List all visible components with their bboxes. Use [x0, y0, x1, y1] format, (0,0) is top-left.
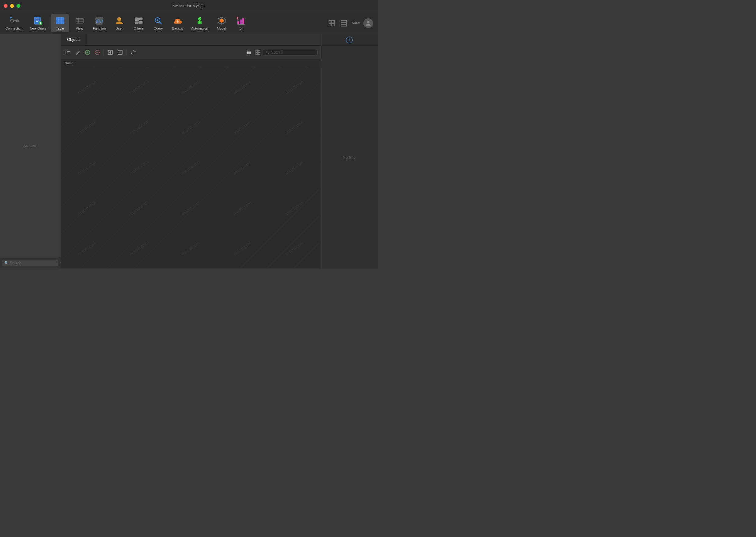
view-icon: [75, 16, 84, 25]
svg-point-64: [367, 21, 369, 23]
svg-rect-87: [258, 50, 260, 52]
delete-button[interactable]: [93, 48, 102, 57]
toolbar-item-user[interactable]: User: [110, 14, 128, 32]
svg-marker-79: [131, 53, 132, 54]
svg-rect-89: [258, 53, 260, 55]
query-icon: [153, 16, 163, 25]
svg-rect-36: [200, 17, 201, 18]
grid-view-button[interactable]: [254, 48, 262, 57]
toolbar: Connection New Query: [0, 12, 378, 34]
layout-toggle-2[interactable]: [340, 19, 348, 27]
svg-rect-27: [135, 21, 138, 24]
toolbar-item-query[interactable]: Query: [149, 14, 167, 32]
model-icon: [217, 16, 227, 25]
automation-label: Automation: [191, 26, 208, 30]
watermark-16: macrb.com: [61, 177, 120, 239]
toolbar-item-new-query[interactable]: New Query: [27, 14, 50, 32]
toolbar-item-others[interactable]: Others: [130, 14, 148, 32]
svg-rect-52: [242, 18, 244, 24]
svg-rect-63: [341, 25, 347, 26]
watermark-10: macrb.com: [261, 96, 320, 159]
sidebar-search-input[interactable]: [2, 260, 58, 267]
sidebar-bottom: 🔍 ≡ ☆ ✕: [0, 257, 61, 268]
toolbar-item-connection[interactable]: Connection: [2, 14, 25, 32]
svg-line-49: [218, 19, 220, 20]
toolbar-item-backup[interactable]: Backup: [169, 14, 187, 32]
no-info-text: No Info: [343, 155, 356, 160]
import-button[interactable]: [106, 48, 115, 57]
svg-line-91: [268, 53, 269, 54]
watermark-17: macrb.com: [106, 177, 171, 239]
svg-rect-38: [198, 21, 201, 24]
watermark-4: macrb.com: [209, 67, 275, 119]
svg-rect-83: [247, 51, 247, 52]
toolbar-item-model[interactable]: Model: [212, 14, 231, 32]
svg-rect-86: [256, 50, 258, 52]
watermark-1: macrb.com: [61, 67, 120, 119]
view-label: View: [76, 26, 83, 30]
export-button[interactable]: [115, 48, 125, 57]
watermark-3: macrb.com: [158, 67, 223, 119]
watermark-9: macrb.com: [209, 96, 275, 159]
refresh-button[interactable]: [129, 48, 138, 57]
svg-rect-26: [139, 18, 142, 20]
info-button[interactable]: i: [346, 37, 353, 43]
column-header: Name: [61, 59, 320, 67]
window-controls: [4, 4, 21, 8]
svg-point-1: [10, 17, 12, 18]
function-label: Function: [93, 26, 106, 30]
list-view-button[interactable]: [244, 48, 253, 57]
watermark-23: macrb.com: [158, 217, 223, 268]
query-label: Query: [154, 26, 163, 30]
svg-line-45: [224, 19, 225, 20]
watermark-24: macrb.com: [209, 217, 275, 268]
svg-point-55: [237, 17, 238, 18]
edit-button[interactable]: [73, 48, 82, 57]
add-button[interactable]: [83, 48, 92, 57]
app-title: Navicat for MySQL: [172, 4, 205, 8]
toolbar-right: View: [327, 18, 376, 28]
svg-rect-58: [332, 21, 334, 23]
right-panel-header: i: [320, 34, 378, 46]
objects-tab-label: Objects: [67, 37, 80, 42]
watermark-20: macrb.com: [261, 177, 320, 239]
table-label: Table: [56, 26, 64, 30]
others-label: Others: [134, 26, 144, 30]
objects-tab[interactable]: Objects: [61, 34, 87, 45]
maximize-button[interactable]: [17, 4, 21, 8]
layout-toggle-1[interactable]: [327, 19, 336, 27]
watermark-22: macrb.com: [106, 217, 171, 268]
view-label-right: View: [352, 21, 360, 25]
watermark-25: macrb.com: [261, 217, 320, 268]
backup-icon: [173, 16, 183, 25]
connection-label: Connection: [6, 26, 22, 30]
new-folder-button[interactable]: [63, 48, 72, 57]
svg-marker-78: [135, 51, 136, 52]
watermark-2: macrb.com: [106, 67, 171, 119]
model-label: Model: [217, 26, 226, 30]
new-query-icon: [33, 16, 43, 25]
toolbar-item-view[interactable]: View: [70, 14, 89, 32]
toolbar-item-bi[interactable]: BI: [232, 14, 250, 32]
toolbar-item-table[interactable]: Table: [51, 14, 69, 32]
center-panel: Objects: [61, 34, 320, 268]
search-icon: [266, 50, 269, 55]
search-input[interactable]: [271, 50, 315, 55]
svg-rect-50: [237, 21, 239, 24]
close-button[interactable]: [4, 4, 8, 8]
user-label: User: [115, 26, 123, 30]
svg-rect-59: [329, 23, 331, 26]
svg-point-24: [117, 18, 121, 21]
minimize-button[interactable]: [10, 4, 14, 8]
sidebar: No Item 🔍 ≡ ☆ ✕: [0, 34, 61, 268]
toolbar-item-automation[interactable]: Automation: [188, 14, 211, 32]
watermark-7: macrb.com: [106, 96, 171, 159]
table-icon: [55, 16, 65, 25]
svg-rect-57: [329, 21, 331, 23]
main-content: macrb.com macrb.com macrb.com macrb.com …: [61, 67, 320, 268]
action-sep-1: [104, 49, 104, 56]
sidebar-content: No Item: [0, 34, 61, 257]
user-avatar[interactable]: [363, 18, 373, 28]
no-item-text: No Item: [23, 143, 37, 148]
toolbar-item-function[interactable]: f(x) Function: [90, 14, 109, 32]
